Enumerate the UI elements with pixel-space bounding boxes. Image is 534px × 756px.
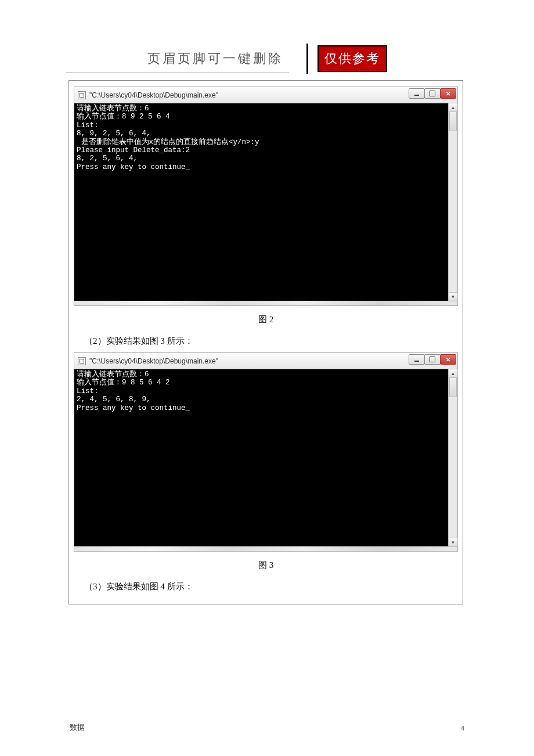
minimize-button[interactable]	[409, 354, 425, 365]
vertical-scrollbar[interactable]: ▲ ▼	[448, 103, 457, 301]
titlebar: "C:\Users\cy04\Desktop\Debug\main.exe"	[74, 87, 457, 103]
console-window-2: "C:\Users\cy04\Desktop\Debug\main.exe" 请…	[74, 352, 458, 552]
resize-grip[interactable]	[74, 301, 457, 305]
window-title: "C:\Users\cy04\Desktop\Debug\main.exe"	[89, 357, 218, 365]
maximize-button[interactable]	[424, 88, 441, 99]
console-output: 请输入链表节点数：6 输入节点值：9 8 5 6 4 2 List: 2, 4,…	[74, 369, 457, 546]
resize-grip[interactable]	[74, 546, 457, 551]
console-window-1: "C:\Users\cy04\Desktop\Debug\main.exe" 请…	[74, 87, 458, 306]
footer-left: 数据	[70, 722, 85, 733]
scroll-track[interactable]	[449, 111, 457, 293]
stamp-divider: 仅供参考	[306, 44, 387, 74]
console-body-wrap: 请输入链表节点数：6 输入节点值：8 9 2 5 6 4 List: 8, 9,…	[74, 103, 457, 301]
titlebar: "C:\Users\cy04\Desktop\Debug\main.exe"	[74, 353, 457, 369]
figure-caption-3: 图 3	[74, 560, 458, 571]
window-buttons	[409, 354, 456, 365]
close-button[interactable]	[440, 354, 456, 365]
page-number: 4	[461, 723, 465, 733]
close-button[interactable]	[440, 88, 456, 99]
scroll-up-icon[interactable]: ▲	[448, 103, 458, 112]
paragraph-3: （3）实验结果如图 4 所示：	[84, 581, 458, 592]
paragraph-2: （2）实验结果如图 3 所示：	[84, 336, 458, 347]
figure-caption-2: 图 2	[74, 314, 458, 325]
scroll-down-icon[interactable]: ▼	[448, 292, 458, 301]
reference-stamp: 仅供参考	[317, 45, 387, 72]
vertical-scrollbar[interactable]: ▲ ▼	[448, 369, 457, 546]
minimize-button[interactable]	[409, 88, 425, 99]
console-output: 请输入链表节点数：6 输入节点值：8 9 2 5 6 4 List: 8, 9,…	[74, 103, 457, 301]
scroll-thumb[interactable]	[449, 377, 457, 397]
page-header: 页眉页脚可一键删除 仅供参考	[0, 44, 534, 74]
scroll-down-icon[interactable]: ▼	[448, 538, 458, 547]
console-body-wrap: 请输入链表节点数：6 输入节点值：9 8 5 6 4 2 List: 2, 4,…	[74, 369, 457, 546]
maximize-button[interactable]	[424, 354, 441, 365]
app-icon	[78, 357, 86, 365]
app-icon	[78, 91, 86, 99]
window-buttons	[409, 88, 456, 99]
scroll-thumb[interactable]	[449, 111, 457, 131]
scroll-up-icon[interactable]: ▲	[448, 369, 458, 378]
scroll-track[interactable]	[449, 377, 457, 538]
window-title: "C:\Users\cy04\Desktop\Debug\main.exe"	[89, 91, 218, 99]
header-text: 页眉页脚可一键删除	[147, 50, 283, 67]
page-content-frame: "C:\Users\cy04\Desktop\Debug\main.exe" 请…	[68, 80, 463, 604]
